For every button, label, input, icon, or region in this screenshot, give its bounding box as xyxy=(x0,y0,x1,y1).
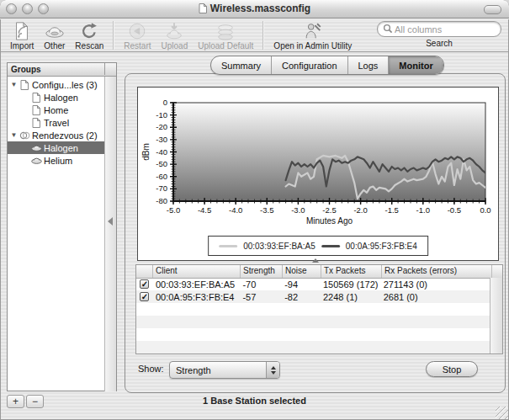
splitter-arrow-icon xyxy=(312,258,319,263)
checkbox-column-header[interactable] xyxy=(136,265,153,278)
rescan-icon xyxy=(79,21,99,41)
base-station-icon xyxy=(45,21,65,41)
column-header-tx-packets[interactable]: Tx Packets xyxy=(321,265,382,278)
sidebar-item-label: Halogen xyxy=(44,143,78,153)
sidebar-item-rendezvous-2[interactable]: ▼Rendezvous (2) xyxy=(8,129,104,141)
base-station-icon xyxy=(30,144,42,152)
svg-text:-30: -30 xyxy=(156,135,167,144)
document-proxy-icon xyxy=(199,3,207,16)
column-header-client[interactable]: Client xyxy=(153,265,241,278)
sidebar-item-helium[interactable]: Helium xyxy=(8,154,104,167)
title-bar[interactable]: Wireless.massconfig xyxy=(0,0,509,19)
toolbar-button-label: Upload Default xyxy=(198,41,253,51)
table-scrollbar[interactable] xyxy=(490,278,502,354)
toolbar-button-open-in-admin-utility[interactable]: Open in Admin Utility xyxy=(268,19,357,51)
sidebar-item-label: Helium xyxy=(44,156,72,166)
svg-text:-40: -40 xyxy=(156,147,167,157)
toolbar: ImportOtherRescanRestartUploadUpload Def… xyxy=(0,19,509,52)
toolbar-button-label: Other xyxy=(44,41,65,51)
toolbar-button-other[interactable]: Other xyxy=(39,19,70,51)
table-row[interactable] xyxy=(136,341,490,354)
sidebar-item-configu-les-3[interactable]: ▼Configu...les (3) xyxy=(8,78,104,91)
tab-configuration[interactable]: Configuration xyxy=(271,56,347,74)
restart-icon xyxy=(127,21,147,41)
monitor-controls: Show: Strength Stop xyxy=(125,360,506,379)
table-row[interactable]: ✓00:03:93:EF:BA:A5-70-94150569 (172)2711… xyxy=(136,278,490,290)
legend-series-label: 00:03:93:EF:BA:A5 xyxy=(243,242,315,251)
sidebar-scrollbar[interactable] xyxy=(104,77,116,391)
document-icon xyxy=(30,93,42,103)
column-header-noise[interactable]: Noise xyxy=(283,265,321,278)
column-header-strength[interactable]: Strength xyxy=(241,265,283,278)
toolbar-divider xyxy=(113,21,114,50)
sidebar-item-travel[interactable]: Travel xyxy=(8,116,104,129)
toolbar-button-label: Import xyxy=(10,41,34,51)
svg-text:dBm: dBm xyxy=(141,143,151,161)
tab-bar: SummaryConfigurationLogsMonitor xyxy=(210,56,444,75)
groups-header-cap xyxy=(104,63,116,75)
tab-summary[interactable]: Summary xyxy=(211,56,271,74)
legend-swatch xyxy=(219,245,237,247)
svg-text:-0.5: -0.5 xyxy=(448,205,461,215)
svg-text:0: 0 xyxy=(163,98,167,107)
tab-monitor[interactable]: Monitor xyxy=(388,56,443,74)
toolbar-button-restart: Restart xyxy=(119,19,156,51)
svg-text:-3.0: -3.0 xyxy=(291,205,305,215)
table-cell: 2248 (1) xyxy=(321,292,381,302)
table-cell: 150569 (172) xyxy=(321,279,381,290)
resize-grip[interactable] xyxy=(496,407,508,419)
table-cell: -57 xyxy=(240,292,282,302)
show-popup[interactable]: Strength xyxy=(169,361,280,379)
row-checkbox[interactable]: ✓ xyxy=(140,292,149,301)
show-label: Show: xyxy=(138,364,164,374)
table-row[interactable] xyxy=(136,316,490,328)
admin-utility-icon xyxy=(303,21,323,41)
toolbar-button-import[interactable]: Import xyxy=(5,19,39,51)
table-cell: 00:03:93:EF:BA:A5 xyxy=(153,279,241,290)
search-field[interactable] xyxy=(377,21,501,37)
toolbar-button-label: Open in Admin Utility xyxy=(273,41,352,51)
sidebar-item-halogen[interactable]: Halogen xyxy=(8,91,104,104)
client-table-header[interactable]: ClientStrengthNoiseTx PacketsRx Packets … xyxy=(136,265,502,279)
sidebar-item-label: Home xyxy=(44,105,68,115)
row-checkbox[interactable]: ✓ xyxy=(140,279,149,289)
monitor-panel: -5.0-4.5-4.0-3.5-3.0-2.5-2.0-1.5-1.0-0.5… xyxy=(125,73,506,393)
sidebar-item-label: Halogen xyxy=(44,93,78,103)
chart-legend: 00:03:93:EF:BA:A500:0A:95:F3:FB:E4 xyxy=(208,236,428,256)
legend-swatch xyxy=(321,245,340,247)
tab-logs[interactable]: Logs xyxy=(347,56,389,74)
import-icon xyxy=(12,21,32,41)
window-title: Wireless.massconfig xyxy=(210,3,310,14)
table-row[interactable]: ✓00:0A:95:F3:FB:E4-57-822248 (1)2681 (0) xyxy=(136,290,490,303)
svg-text:-70: -70 xyxy=(156,183,167,193)
svg-text:Minutes Ago: Minutes Ago xyxy=(306,216,353,226)
column-header-rx-packets-errors[interactable]: Rx Packets (errors) xyxy=(382,265,492,278)
toolbar-toggle-button[interactable] xyxy=(484,5,501,14)
table-row[interactable] xyxy=(136,328,490,341)
table-cell: -82 xyxy=(282,292,321,302)
stop-button[interactable]: Stop xyxy=(426,361,478,377)
svg-text:-2.0: -2.0 xyxy=(353,205,367,215)
disclosure-triangle-icon[interactable]: ▼ xyxy=(9,131,19,139)
search-input[interactable] xyxy=(393,24,496,35)
toolbar-button-upload: Upload xyxy=(156,19,194,51)
svg-text:-5.0: -5.0 xyxy=(167,205,180,215)
table-splitter-handle[interactable] xyxy=(312,258,319,263)
show-popup-value: Strength xyxy=(170,365,266,375)
upload-icon xyxy=(164,21,184,41)
toolbar-button-label: Restart xyxy=(124,41,151,51)
sidebar-collapse-handle[interactable] xyxy=(108,217,113,226)
sidebar-item-label: Rendezvous (2) xyxy=(32,130,98,141)
disclosure-triangle-icon[interactable]: ▼ xyxy=(9,81,19,88)
table-row[interactable] xyxy=(136,303,490,316)
svg-text:-50: -50 xyxy=(156,159,167,168)
toolbar-button-rescan[interactable]: Rescan xyxy=(70,19,109,51)
sidebar-item-label: Configu...les (3) xyxy=(32,80,98,90)
svg-text:-2.5: -2.5 xyxy=(322,205,336,215)
svg-text:-20: -20 xyxy=(156,122,167,131)
table-cell: 2681 (0) xyxy=(381,292,490,302)
table-cell: 00:0A:95:F3:FB:E4 xyxy=(153,292,241,302)
toolbar-divider xyxy=(262,21,264,50)
sidebar-item-home[interactable]: Home xyxy=(8,104,104,116)
sidebar-item-halogen[interactable]: Halogen xyxy=(8,141,104,154)
